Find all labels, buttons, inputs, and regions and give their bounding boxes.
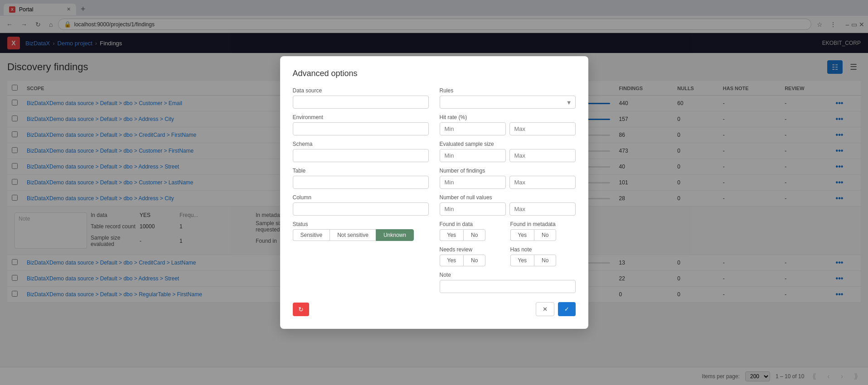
has-note-label: Has note (510, 246, 576, 253)
schema-label: Schema (293, 141, 429, 147)
findings-range (440, 176, 576, 189)
data-source-input[interactable] (293, 96, 429, 109)
note-group: Note (440, 272, 576, 293)
evaluated-sample-size-group: Evaluated sample size (440, 141, 576, 162)
data-source-group: Data source (293, 87, 429, 109)
schema-group: Schema (293, 141, 429, 162)
found-in-metadata-yes[interactable]: Yes (510, 229, 534, 241)
hit-rate-range (440, 122, 576, 135)
modal-title: Advanced options (293, 69, 576, 78)
modal-footer-right: ✕ ✓ (536, 302, 576, 316)
advanced-options-modal: Advanced options Data source Environment… (280, 56, 588, 329)
hit-rate-max-input[interactable] (509, 122, 576, 135)
has-note-toggle: Yes No (510, 255, 576, 266)
number-of-findings-group: Number of findings (440, 168, 576, 189)
status-toggle-group: Sensitive Not sensitive Unknown (293, 229, 429, 241)
null-min-input[interactable] (440, 202, 506, 216)
table-label: Table (293, 168, 429, 174)
has-note-no[interactable]: No (534, 255, 556, 266)
column-label: Column (293, 194, 429, 201)
found-in-data-no[interactable]: No (463, 229, 485, 241)
needs-review-yes[interactable]: Yes (440, 255, 464, 266)
review-note-row: Needs review Yes No Has note Yes No (440, 246, 576, 266)
found-in-metadata-group: Found in metadata Yes No (510, 221, 576, 241)
found-in-data-yes[interactable]: Yes (440, 229, 464, 241)
evaluated-max-input[interactable] (509, 149, 576, 162)
found-in-metadata-no[interactable]: No (534, 229, 556, 241)
hit-rate-min-input[interactable] (440, 122, 506, 135)
null-values-group: Number of null values (440, 194, 576, 216)
rules-group: Rules ▼ (440, 87, 576, 109)
evaluated-sample-size-label: Evaluated sample size (440, 141, 576, 147)
left-column: Data source Environment Schema Table Col… (293, 87, 429, 293)
needs-review-group: Needs review Yes No (440, 246, 505, 266)
status-label: Status (293, 221, 429, 227)
found-in-metadata-toggle: Yes No (510, 229, 576, 241)
hit-rate-label: Hit rate (%) (440, 114, 576, 120)
needs-review-label: Needs review (440, 246, 505, 253)
reset-icon: ↻ (298, 306, 304, 313)
null-values-label: Number of null values (440, 194, 576, 201)
findings-max-input[interactable] (509, 176, 576, 189)
modal-overlay[interactable]: Advanced options Data source Environment… (0, 0, 868, 385)
schema-input[interactable] (293, 149, 429, 162)
environment-group: Environment (293, 114, 429, 135)
found-in-row: Found in data Yes No Found in metadata Y… (440, 221, 576, 241)
data-source-label: Data source (293, 87, 429, 94)
number-of-findings-label: Number of findings (440, 168, 576, 174)
null-range (440, 202, 576, 216)
confirm-button[interactable]: ✓ (558, 302, 576, 316)
null-max-input[interactable] (509, 202, 576, 216)
rules-input[interactable] (440, 96, 576, 109)
column-group: Column (293, 194, 429, 216)
reset-button[interactable]: ↻ (293, 303, 309, 316)
status-sensitive-button[interactable]: Sensitive (293, 229, 330, 241)
needs-review-no[interactable]: No (463, 255, 485, 266)
evaluated-min-input[interactable] (440, 149, 506, 162)
note-input[interactable] (440, 280, 576, 293)
findings-min-input[interactable] (440, 176, 506, 189)
found-in-metadata-label: Found in metadata (510, 221, 576, 227)
environment-input[interactable] (293, 122, 429, 135)
right-column: Rules ▼ Hit rate (%) Evaluated sample si… (440, 87, 576, 293)
found-in-data-toggle: Yes No (440, 229, 505, 241)
note-label: Note (440, 272, 576, 278)
hit-rate-group: Hit rate (%) (440, 114, 576, 135)
column-input[interactable] (293, 202, 429, 216)
status-group: Status Sensitive Not sensitive Unknown (293, 221, 429, 241)
environment-label: Environment (293, 114, 429, 120)
found-in-data-group: Found in data Yes No (440, 221, 505, 241)
status-not-sensitive-button[interactable]: Not sensitive (330, 229, 376, 241)
has-note-group: Has note Yes No (510, 246, 576, 266)
modal-form: Data source Environment Schema Table Col… (293, 87, 576, 293)
table-group: Table (293, 168, 429, 189)
modal-footer: ↻ ✕ ✓ (293, 302, 576, 316)
needs-review-toggle: Yes No (440, 255, 505, 266)
status-unknown-button[interactable]: Unknown (376, 229, 414, 241)
table-input[interactable] (293, 176, 429, 189)
has-note-yes[interactable]: Yes (510, 255, 534, 266)
evaluated-range (440, 149, 576, 162)
found-in-data-label: Found in data (440, 221, 505, 227)
cancel-button[interactable]: ✕ (536, 302, 554, 316)
rules-label: Rules (440, 87, 576, 94)
